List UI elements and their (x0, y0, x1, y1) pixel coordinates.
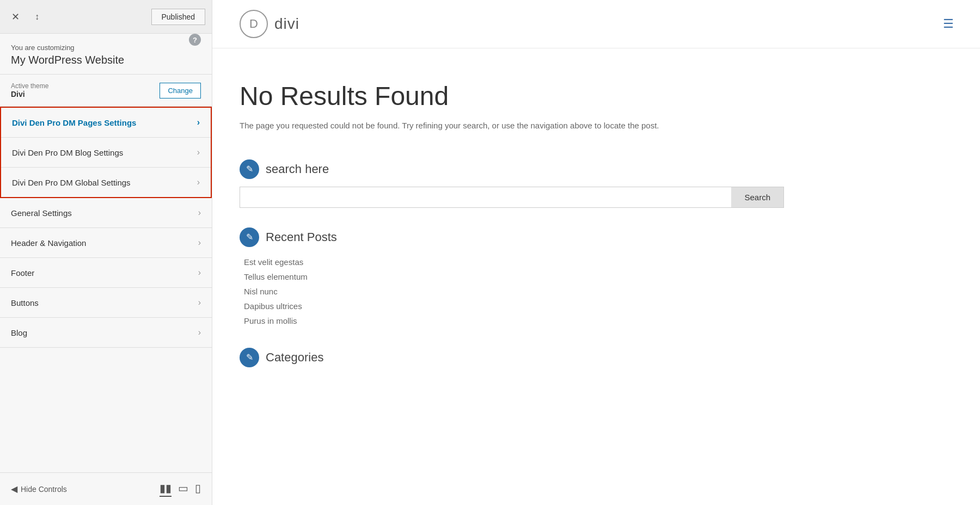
menu-item-label: General Settings (11, 208, 72, 218)
search-button[interactable]: Search (731, 187, 783, 207)
logo-text: divi (274, 15, 299, 33)
theme-info: Active theme Divi (11, 82, 48, 98)
no-results-desc: The page you requested could not be foun… (240, 120, 784, 132)
logo-circle: D (240, 10, 268, 38)
search-widget-header: ✎ search here (240, 159, 784, 179)
menu-item-global-settings[interactable]: Divi Den Pro DM Global Settings › (1, 168, 211, 197)
arrow-left-icon: ◀ (11, 484, 17, 494)
recent-posts-widget: ✎ Recent Posts Est velit egestas Tellus … (240, 227, 784, 328)
search-widget-title: search here (266, 162, 329, 176)
chevron-right-icon: › (197, 118, 200, 127)
menu-item-label: Blog (11, 328, 27, 337)
categories-widget: ✎ Categories (240, 348, 784, 367)
published-button[interactable]: Published (151, 9, 206, 25)
hide-controls-button[interactable]: ◀ Hide Controls (11, 484, 67, 494)
tablet-icon[interactable]: ▭ (178, 482, 188, 497)
menu-item-label: Divi Den Pro DM Global Settings (12, 178, 131, 187)
categories-header: ✎ Categories (240, 348, 784, 367)
menu-item-footer[interactable]: Footer › (0, 258, 212, 288)
change-theme-button[interactable]: Change (160, 83, 201, 98)
site-header: D divi ☰ (212, 0, 980, 48)
list-item[interactable]: Purus in mollis (244, 313, 784, 328)
menu-item-label: Divi Den Pro DM Pages Settings (12, 118, 136, 127)
list-item[interactable]: Est velit egestas (244, 255, 784, 269)
help-button[interactable]: ? (189, 34, 201, 46)
site-logo: D divi (240, 10, 299, 38)
device-icons: ▮▮ ▭ ▯ (160, 482, 201, 497)
chevron-right-icon: › (197, 147, 200, 157)
site-name: My WordPress Website (11, 54, 201, 66)
list-item[interactable]: Nisl nunc (244, 284, 784, 299)
chevron-right-icon: › (198, 298, 201, 307)
chevron-right-icon: › (198, 208, 201, 218)
menu-item-blog-settings[interactable]: Divi Den Pro DM Blog Settings › (1, 138, 211, 168)
desktop-icon[interactable]: ▮▮ (160, 482, 171, 497)
menu-item-header-navigation[interactable]: Header & Navigation › (0, 228, 212, 258)
left-panel: ✕ ↕ Published ? You are customizing My W… (0, 0, 212, 505)
recent-posts-title: Recent Posts (266, 230, 337, 244)
search-input[interactable] (240, 187, 731, 207)
menu-item-blog[interactable]: Blog › (0, 318, 212, 348)
right-panel: D divi ☰ No Results Found The page you r… (212, 0, 980, 505)
highlighted-menu-group: Divi Den Pro DM Pages Settings › Divi De… (0, 107, 212, 198)
top-bar: ✕ ↕ Published (0, 0, 212, 34)
search-widget: ✎ search here Search (240, 159, 784, 208)
menu-item-label: Header & Navigation (11, 238, 86, 248)
bottom-bar: ◀ Hide Controls ▮▮ ▭ ▯ (0, 472, 212, 505)
chevron-right-icon: › (198, 238, 201, 248)
menu-item-label: Divi Den Pro DM Blog Settings (12, 148, 123, 157)
mobile-icon[interactable]: ▯ (195, 482, 201, 497)
hamburger-icon[interactable]: ☰ (943, 17, 953, 31)
theme-name: Divi (11, 90, 48, 98)
menu-list: Divi Den Pro DM Pages Settings › Divi De… (0, 107, 212, 472)
categories-icon: ✎ (240, 348, 259, 367)
search-form: Search (240, 187, 784, 208)
list-item[interactable]: Dapibus ultrices (244, 299, 784, 313)
search-widget-icon: ✎ (240, 159, 259, 179)
categories-title: Categories (266, 350, 323, 365)
sort-button[interactable]: ↕ (28, 8, 46, 26)
menu-item-general-settings[interactable]: General Settings › (0, 198, 212, 228)
recent-posts-icon: ✎ (240, 227, 259, 247)
close-button[interactable]: ✕ (7, 8, 24, 26)
chevron-right-icon: › (198, 328, 201, 337)
main-content: No Results Found The page you requested … (212, 48, 811, 409)
menu-item-pages-settings[interactable]: Divi Den Pro DM Pages Settings › (1, 108, 211, 138)
chevron-right-icon: › (198, 268, 201, 278)
hide-controls-label: Hide Controls (21, 485, 67, 494)
no-results-title: No Results Found (240, 81, 784, 111)
menu-item-label: Buttons (11, 298, 39, 307)
menu-item-label: Footer (11, 268, 34, 278)
recent-posts-header: ✎ Recent Posts (240, 227, 784, 247)
active-theme-row: Active theme Divi Change (0, 75, 212, 107)
list-item[interactable]: Tellus elementum (244, 269, 784, 284)
site-info: ? You are customizing My WordPress Websi… (0, 34, 212, 75)
customizing-label: You are customizing (11, 44, 201, 52)
menu-item-buttons[interactable]: Buttons › (0, 288, 212, 318)
chevron-right-icon: › (197, 177, 200, 187)
posts-list: Est velit egestas Tellus elementum Nisl … (240, 255, 784, 328)
active-theme-label: Active theme (11, 82, 48, 90)
